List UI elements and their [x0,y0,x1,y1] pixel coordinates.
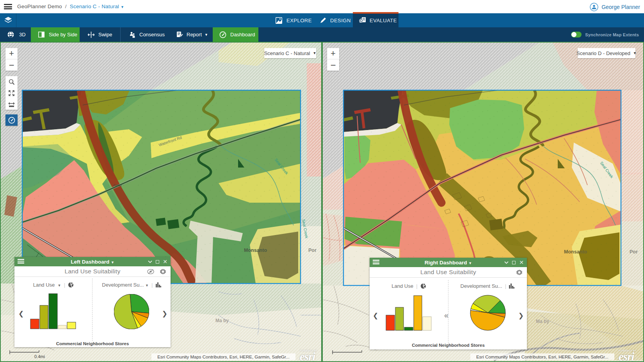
svg-text:Monsanto: Monsanto [244,248,267,253]
svg-text:Ma by: Ma by [215,318,229,323]
svg-text:0.4mi: 0.4mi [34,354,45,359]
svg-text:Avon: Avon [113,183,121,187]
svg-text:Ma by: Ma by [536,319,549,324]
svg-text:Monsanto: Monsanto [564,249,587,255]
svg-text:Por: Por [308,248,317,253]
svg-text:Por: Por [630,249,638,255]
